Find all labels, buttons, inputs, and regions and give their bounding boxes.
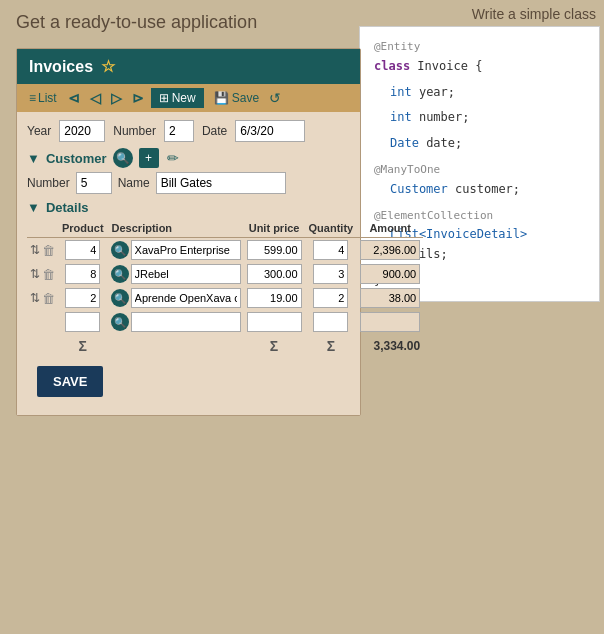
year-label: Year [27,124,51,138]
customer-search-button[interactable]: 🔍 [113,148,133,168]
customer-add-button[interactable]: + [139,148,159,168]
customer-row: Number Name [27,172,350,194]
quantity-input-empty[interactable] [313,312,348,332]
first-button[interactable]: ⊲ [65,89,83,107]
sigma-price: Σ [270,338,278,354]
product-input[interactable] [65,240,100,260]
date-label: Date [202,124,227,138]
code-line-3: int year; [374,83,585,103]
description-input[interactable] [131,264,241,284]
amount-display [360,264,420,284]
form-area: Year Number Date ▼ Customer 🔍 + ✏ Number… [17,112,360,415]
star-icon[interactable]: ☆ [101,57,115,76]
list-button[interactable]: ≡ List [25,89,61,107]
customer-number-label: Number [27,176,70,190]
customer-number-input[interactable] [76,172,112,194]
toolbar: ≡ List ⊲ ◁ ▷ ⊳ ⊞ New 💾 Save ↺ [17,84,360,112]
last-button[interactable]: ⊳ [129,89,147,107]
details-section-header: ▼ Details [27,200,350,215]
product-input[interactable] [65,264,100,284]
unit-price-input[interactable] [247,264,302,284]
delete-button[interactable]: 🗑 [42,243,55,258]
sort-button[interactable]: ⇅ [30,291,40,305]
delete-button[interactable]: 🗑 [42,267,55,282]
code-panel-title: Write a simple class [359,0,604,26]
year-input[interactable] [59,120,105,142]
amount-display [360,240,420,260]
table-row-empty: 🔍 [27,310,423,334]
code-line-1: @Entity [374,37,585,57]
amount-display-empty [360,312,420,332]
row-search-button[interactable]: 🔍 [111,313,129,331]
row-search-button[interactable]: 🔍 [111,241,129,259]
code-line-6: @ManyToOne [374,160,585,180]
sigma-product: Σ [79,338,87,354]
col-unit-price: Unit price [244,219,305,238]
description-input-empty[interactable] [131,312,241,332]
delete-button[interactable]: 🗑 [42,291,55,306]
unit-price-input[interactable] [247,240,302,260]
row-search-button[interactable]: 🔍 [111,265,129,283]
quantity-input[interactable] [313,264,348,284]
details-table: Product Description Unit price Quantity … [27,219,423,356]
col-quantity: Quantity [305,219,358,238]
customer-name-label: Name [118,176,150,190]
total-row: Σ Σ Σ 3,334.00 [27,334,423,356]
number-input[interactable] [164,120,194,142]
prev-button[interactable]: ◁ [87,89,104,107]
code-line-5: Date date; [374,134,585,154]
save-icon: 💾 [214,91,229,105]
quantity-input[interactable] [313,240,348,260]
table-row: ⇅ 🗑 🔍 [27,262,423,286]
sort-button[interactable]: ⇅ [30,243,40,257]
save-toolbar-button[interactable]: 💾 Save [208,89,265,107]
total-amount: 3,334.00 [357,334,423,356]
table-row: ⇅ 🗑 🔍 [27,238,423,263]
save-main-button[interactable]: SAVE [37,366,103,397]
sort-button[interactable]: ⇅ [30,267,40,281]
details-chevron-icon: ▼ [27,200,40,215]
description-input[interactable] [131,288,241,308]
date-input[interactable] [235,120,305,142]
product-input-empty[interactable] [65,312,100,332]
details-section: ▼ Details Product Description Unit price… [27,200,350,356]
customer-edit-button[interactable]: ✏ [165,150,181,166]
sigma-qty: Σ [327,338,335,354]
amount-display [360,288,420,308]
customer-name-input[interactable] [156,172,286,194]
new-button[interactable]: ⊞ New [151,88,204,108]
table-row: ⇅ 🗑 🔍 [27,286,423,310]
customer-section-header: ▼ Customer 🔍 + ✏ [27,148,350,168]
unit-price-input[interactable] [247,288,302,308]
code-line-4: int number; [374,108,585,128]
col-description: Description [108,219,244,238]
save-button-container: SAVE [27,356,350,407]
col-product: Product [58,219,108,238]
details-label: Details [46,200,89,215]
description-input[interactable] [131,240,241,260]
customer-label: Customer [46,151,107,166]
quantity-input[interactable] [313,288,348,308]
app-header: Invoices ☆ [17,49,360,84]
unit-price-input-empty[interactable] [247,312,302,332]
refresh-icon[interactable]: ↺ [269,90,281,106]
list-icon: ≡ [29,91,36,105]
col-amount: Amount [357,219,423,238]
row-search-button[interactable]: 🔍 [111,289,129,307]
number-label: Number [113,124,156,138]
new-icon: ⊞ [159,91,169,105]
customer-chevron-icon: ▼ [27,151,40,166]
code-line-7: Customer customer; [374,180,585,200]
code-line-2: class Invoice { [374,57,585,77]
product-input[interactable] [65,288,100,308]
next-button[interactable]: ▷ [108,89,125,107]
date-row: Year Number Date [27,120,350,142]
app-title: Invoices [29,58,93,76]
